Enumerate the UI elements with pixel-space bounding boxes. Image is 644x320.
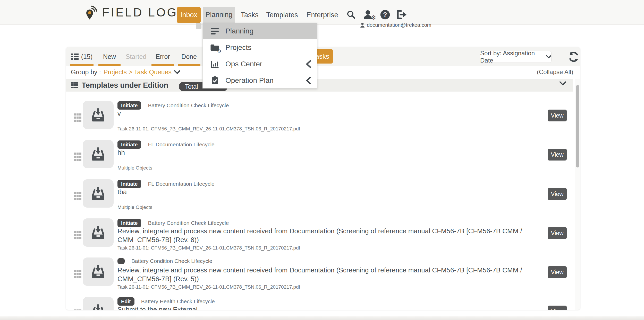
inbox-import-icon [83,257,114,286]
task-row: Edit Battery Health Check Lifecycle Subm… [66,295,575,310]
nav-planning[interactable]: Planning [203,7,235,23]
logout-icon[interactable] [396,9,408,21]
collapse-all-label: (Collapse All) [537,68,573,75]
user-settings-icon[interactable]: ⚙ [362,9,377,21]
view-button[interactable]: View [548,227,567,239]
nav-enterprise[interactable]: Enterprise [305,7,339,23]
sort-by-label: Sort by: Assignation Date [480,50,543,64]
section-title: Templates under Edition [82,81,168,90]
menu-item-projects-label: Projects [225,43,251,52]
top-header: FIELD LOGS Inbox Planning Tasks Template… [0,0,644,25]
group-by-value: Projects > Task Queues [104,68,172,76]
app-logo: FIELD LOGS [85,5,187,20]
task-title: Submit to the new External [117,305,546,310]
tab-new[interactable]: New [98,47,121,66]
nav-enterprise-label: Enterprise [306,11,338,19]
lifecycle-label: FL Documentation Lifecycle [148,141,214,148]
lifecycle-label: Battery Condition Check Lifecycle [148,220,229,226]
group-by-control[interactable]: Group by : Projects > Task Queues [71,68,180,76]
drag-handle-icon[interactable] [74,231,81,241]
menu-item-planning[interactable]: Planning [203,23,317,39]
task-rows-viewport: Initiate Battery Condition Check Lifecyc… [66,92,575,310]
section-chevron-down-icon[interactable] [559,81,566,87]
page-bottom-edge [0,316,644,320]
nav-inbox[interactable]: Inbox [177,7,201,23]
clipboard-check-icon [210,76,220,85]
menu-item-planning-label: Planning [225,27,253,35]
task-title: v [117,109,546,118]
task-subtitle: Multiple Objects [117,205,152,210]
menu-corner-artifact [196,23,201,29]
svg-text:?: ? [383,11,387,18]
tab-underline [151,64,174,66]
tab-all-count[interactable]: (15) [70,47,94,66]
view-button[interactable]: View [548,149,567,161]
submenu-chevron-left-icon [306,77,311,85]
task-subtitle: Task 26-11-01: CFM56_7B_CMM_REV_26-11-01… [117,245,300,251]
chevron-down-icon [546,55,551,59]
status-badge-empty [117,258,125,264]
collapse-all-link[interactable]: (Collapse All) [537,68,573,76]
drag-handle-icon[interactable] [74,270,81,280]
logo-wordmark: FIELD LOGS [102,5,187,19]
view-button[interactable]: View [548,266,567,278]
status-badge: Initiate [117,180,141,188]
submenu-chevron-left-icon [306,60,311,69]
inbox-import-icon [83,297,114,310]
tab-started[interactable]: Started [124,47,148,66]
search-icon[interactable] [345,9,357,21]
menu-item-ops-center[interactable]: Ops Center [203,56,317,72]
drag-handle-icon[interactable] [74,309,81,310]
tab-done-label: Done [181,53,197,60]
section-header[interactable]: Templates under Edition Total [66,79,573,92]
menu-item-projects[interactable]: ⚙ Projects [203,39,317,56]
tab-underline [70,64,94,66]
task-title: Review, integrate and process new conten… [117,266,546,283]
list-scrollbar[interactable] [575,79,580,310]
tab-new-label: New [103,53,116,60]
status-badge: Edit [117,297,134,306]
stream-icon [210,28,220,34]
field-logs-app: FIELD LOGS Inbox Planning Tasks Template… [0,0,644,320]
lifecycle-label: FL Documentation Lifecycle [148,181,214,187]
status-badge: Initiate [117,140,141,149]
folder-gear-icon: ⚙ [210,44,220,51]
user-email-text: documentation@trekea.com [367,22,431,28]
nav-templates-label: Templates [266,11,298,19]
view-button[interactable]: View [548,188,567,200]
gear-glyph: ⚙ [217,49,221,54]
refresh-icon[interactable] [567,51,580,63]
planning-dropdown-menu: Planning ⚙ Projects Ops Center Operation… [202,23,317,88]
drag-handle-icon[interactable] [74,192,81,202]
task-list-panel: (15) New Started Error Done Sort by: Ass… [66,47,580,310]
nav-templates[interactable]: Templates [265,7,299,23]
task-subtitle: Multiple Objects [117,165,152,171]
inbox-import-icon [83,218,114,247]
user-email[interactable]: documentation@trekea.com [360,22,431,28]
tab-started-label: Started [126,53,147,60]
drag-handle-icon[interactable] [74,153,81,162]
tab-done[interactable]: Done [177,47,201,66]
sort-by-select[interactable]: Sort by: Assignation Date [480,51,552,63]
nav-tasks-label: Tasks [241,11,258,19]
task-row: Initiate FL Documentation Lifecycle hh M… [66,138,575,177]
inbox-import-icon [83,140,114,168]
lifecycle-label: Battery Health Check Lifecycle [141,298,215,305]
map-pin-signal-icon [85,5,98,20]
task-row: Initiate Battery Condition Check Lifecyc… [66,216,575,256]
nav-inbox-label: Inbox [180,11,197,19]
tab-error[interactable]: Error [151,47,175,66]
tab-underline [178,64,200,66]
list-icon [71,54,79,60]
view-button[interactable]: View [548,110,567,121]
help-icon[interactable]: ? [379,9,391,21]
view-button[interactable]: View [548,306,567,310]
task-title: tba [117,188,546,196]
nav-tasks[interactable]: Tasks [240,7,260,23]
menu-item-operation-plan[interactable]: Operation Plan [203,72,317,89]
task-row: Initiate Battery Condition Check Lifecyc… [66,99,575,138]
person-icon [360,23,365,28]
drag-handle-icon[interactable] [74,113,81,123]
bar-chart-icon [210,60,220,68]
scrollbar-thumb[interactable] [576,85,579,167]
